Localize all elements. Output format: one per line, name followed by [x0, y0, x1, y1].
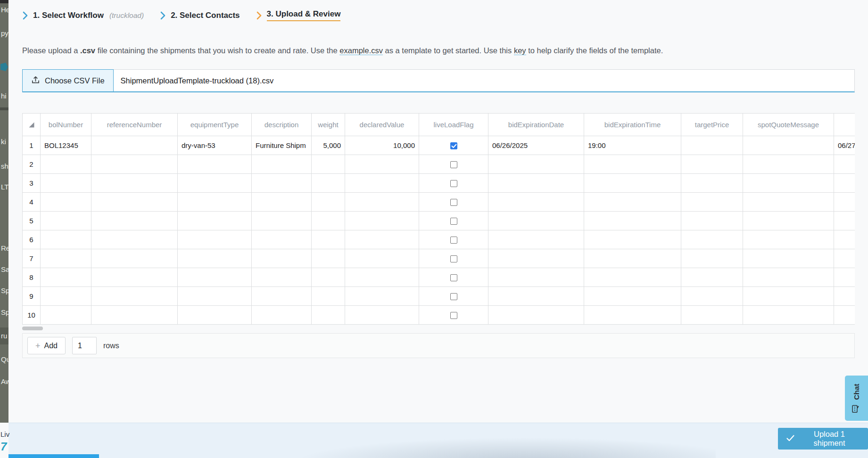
grid-cell-bolNumber[interactable]	[41, 306, 91, 325]
grid-column-header-declaredValue[interactable]: declaredValue	[345, 114, 419, 136]
grid-row-header[interactable]: 4	[23, 193, 41, 212]
grid-cell-referenceNumber[interactable]	[91, 212, 178, 230]
sidebar-item-cutoff[interactable]: py	[1, 29, 8, 37]
grid-cell-weight[interactable]	[312, 174, 345, 193]
grid-cell-description[interactable]	[252, 268, 312, 287]
live-load-checkbox[interactable]	[450, 180, 457, 187]
grid-cell-bolNumber[interactable]: BOL12345	[41, 136, 91, 155]
sidebar-item-live-cutoff[interactable]: Liv	[0, 430, 9, 438]
grid-cell-targetPrice[interactable]	[681, 212, 743, 230]
grid-cell-bolNumber[interactable]	[41, 174, 91, 193]
grid-cell-bidExpirationDate[interactable]	[488, 287, 584, 306]
step-upload-review[interactable]: 3. Upload & Review	[256, 9, 341, 21]
sidebar-item-cutoff[interactable]: Sp	[1, 286, 8, 294]
grid-cell-targetPrice[interactable]	[681, 306, 743, 325]
live-load-checkbox[interactable]	[450, 237, 457, 244]
grid-cell-referenceNumber[interactable]	[91, 287, 178, 306]
grid-cell-liveLoadFlag[interactable]	[419, 268, 488, 287]
grid-cell-spotQuoteMessage[interactable]	[743, 268, 834, 287]
grid-row-header[interactable]: 9	[23, 287, 41, 306]
grid-cell-spotQuoteMessage[interactable]	[743, 155, 834, 174]
grid-cell-bidExpirationTime[interactable]	[584, 212, 681, 230]
grid-cell-origin[interactable]	[834, 268, 855, 287]
sidebar-item-cutoff[interactable]: Qu	[1, 355, 8, 363]
grid-cell-declaredValue[interactable]	[345, 249, 419, 268]
grid-cell-bidExpirationTime[interactable]: 19:00	[584, 136, 681, 155]
grid-cell-targetPrice[interactable]	[681, 155, 743, 174]
grid-cell-bolNumber[interactable]	[41, 287, 91, 306]
grid-cell-description[interactable]: Furniture Shipm	[252, 136, 312, 155]
live-load-checkbox[interactable]	[450, 142, 457, 149]
grid-cell-declaredValue[interactable]	[345, 212, 419, 230]
grid-cell-liveLoadFlag[interactable]	[419, 306, 488, 325]
grid-cell-origin[interactable]	[834, 306, 855, 325]
grid-cell-declaredValue[interactable]	[345, 174, 419, 193]
grid-cell-bidExpirationDate[interactable]	[488, 193, 584, 212]
sidebar-item-cutoff[interactable]: He	[1, 6, 8, 14]
grid-column-header-origin[interactable]: origin	[834, 114, 855, 136]
grid-cell-spotQuoteMessage[interactable]	[743, 136, 834, 155]
grid-column-header-liveLoadFlag[interactable]: liveLoadFlag	[419, 114, 488, 136]
grid-cell-description[interactable]	[252, 230, 312, 249]
live-load-checkbox[interactable]	[450, 312, 457, 319]
grid-cell-liveLoadFlag[interactable]	[419, 287, 488, 306]
grid-cell-targetPrice[interactable]	[681, 193, 743, 212]
grid-cell-spotQuoteMessage[interactable]	[743, 193, 834, 212]
grid-cell-referenceNumber[interactable]	[91, 230, 178, 249]
grid-cell-spotQuoteMessage[interactable]	[743, 174, 834, 193]
grid-cell-weight[interactable]	[312, 306, 345, 325]
live-load-checkbox[interactable]	[450, 255, 457, 262]
grid-cell-weight[interactable]	[312, 155, 345, 174]
grid-cell-description[interactable]	[252, 287, 312, 306]
grid-cell-targetPrice[interactable]	[681, 174, 743, 193]
grid-cell-bolNumber[interactable]	[41, 212, 91, 230]
grid-corner-select[interactable]	[23, 114, 41, 136]
sidebar-item-cutoff[interactable]: Sp	[1, 308, 8, 316]
grid-row-header[interactable]: 6	[23, 230, 41, 249]
grid-cell-weight[interactable]: 5,000	[312, 136, 345, 155]
grid-cell-equipmentType[interactable]	[178, 230, 252, 249]
live-load-checkbox[interactable]	[450, 218, 457, 225]
live-load-checkbox[interactable]	[450, 293, 457, 300]
grid-cell-weight[interactable]	[312, 287, 345, 306]
grid-cell-bidExpirationTime[interactable]	[584, 155, 681, 174]
grid-column-header-referenceNumber[interactable]: referenceNumber	[91, 114, 178, 136]
grid-cell-origin[interactable]: 06/27	[834, 136, 855, 155]
grid-cell-description[interactable]	[252, 306, 312, 325]
grid-cell-bidExpirationTime[interactable]	[584, 174, 681, 193]
grid-cell-equipmentType[interactable]	[178, 212, 252, 230]
grid-cell-equipmentType[interactable]	[178, 155, 252, 174]
grid-column-header-bolNumber[interactable]: bolNumber	[41, 114, 91, 136]
sidebar-item-cutoff[interactable]: Aw	[1, 377, 8, 385]
grid-cell-spotQuoteMessage[interactable]	[743, 306, 834, 325]
grid-cell-weight[interactable]	[312, 212, 345, 230]
grid-column-header-spotQuoteMessage[interactable]: spotQuoteMessage	[743, 114, 834, 136]
grid-cell-description[interactable]	[252, 212, 312, 230]
grid-cell-bidExpirationDate[interactable]	[488, 174, 584, 193]
grid-cell-equipmentType[interactable]: dry-van-53	[178, 136, 252, 155]
grid-column-header-description[interactable]: description	[252, 114, 312, 136]
chat-tab[interactable]: Chat	[845, 376, 868, 421]
grid-cell-liveLoadFlag[interactable]	[419, 230, 488, 249]
sidebar-item-cutoff[interactable]: shi	[1, 162, 8, 170]
grid-cell-origin[interactable]	[834, 155, 855, 174]
grid-cell-origin[interactable]	[834, 249, 855, 268]
grid-cell-referenceNumber[interactable]	[91, 155, 178, 174]
grid-cell-bidExpirationDate[interactable]	[488, 230, 584, 249]
grid-cell-equipmentType[interactable]	[178, 174, 252, 193]
grid-cell-weight[interactable]	[312, 230, 345, 249]
grid-cell-bidExpirationTime[interactable]	[584, 287, 681, 306]
grid-cell-equipmentType[interactable]	[178, 268, 252, 287]
grid-cell-spotQuoteMessage[interactable]	[743, 230, 834, 249]
grid-cell-declaredValue[interactable]: 10,000	[345, 136, 419, 155]
grid-cell-bolNumber[interactable]	[41, 268, 91, 287]
grid-cell-referenceNumber[interactable]	[91, 136, 178, 155]
live-load-checkbox[interactable]	[450, 161, 457, 168]
grid-column-header-equipmentType[interactable]: equipmentType	[178, 114, 252, 136]
sidebar-item-cutoff[interactable]: ru	[1, 332, 7, 340]
grid-cell-liveLoadFlag[interactable]	[419, 193, 488, 212]
grid-cell-description[interactable]	[252, 249, 312, 268]
grid-row-header[interactable]: 8	[23, 268, 41, 287]
grid-cell-bidExpirationDate[interactable]	[488, 249, 584, 268]
sidebar-item-cutoff[interactable]: LTL	[1, 183, 8, 191]
